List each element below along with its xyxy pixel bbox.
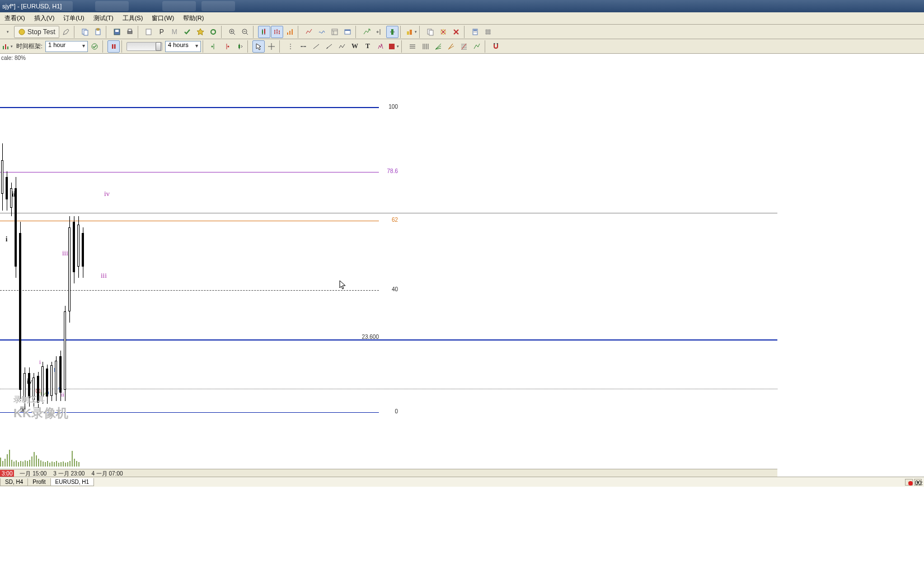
step-back-icon[interactable] bbox=[208, 40, 220, 53]
bars-icon[interactable] bbox=[271, 26, 283, 38]
menu-help[interactable]: 帮助(R) bbox=[179, 12, 208, 24]
candles-icon[interactable] bbox=[258, 26, 270, 38]
indicator-1-icon[interactable] bbox=[303, 26, 315, 38]
autoscroll-icon[interactable] bbox=[360, 26, 373, 38]
svg-rect-12 bbox=[262, 30, 263, 34]
svg-rect-2 bbox=[84, 30, 88, 35]
fib-ext-tool[interactable] bbox=[471, 40, 483, 53]
menu-tools[interactable]: 工具(S) bbox=[118, 12, 148, 24]
svg-rect-4 bbox=[97, 29, 99, 30]
refresh-icon[interactable] bbox=[207, 26, 219, 38]
wave-iv-magenta[interactable]: iv bbox=[104, 189, 110, 198]
magnet-tool[interactable] bbox=[490, 40, 502, 53]
zoom-out-icon[interactable] bbox=[239, 26, 251, 38]
recording-indicator: 00: bbox=[908, 480, 923, 486]
wave-w-tool[interactable]: W bbox=[349, 40, 361, 53]
apply-tf-icon[interactable] bbox=[88, 40, 101, 53]
ray-tool[interactable] bbox=[323, 40, 335, 53]
objects-icon[interactable]: ▾ bbox=[405, 26, 418, 38]
svg-rect-17 bbox=[332, 29, 337, 35]
tab-profit[interactable]: Profit bbox=[27, 478, 50, 486]
svg-point-0 bbox=[19, 29, 25, 35]
trendline-tool[interactable] bbox=[310, 40, 322, 53]
svg-rect-44 bbox=[494, 43, 495, 44]
speed-slider[interactable] bbox=[126, 42, 162, 51]
shift-chart-icon[interactable] bbox=[373, 26, 386, 38]
svg-rect-45 bbox=[497, 43, 499, 44]
stop-test-button[interactable]: Stop Test bbox=[14, 26, 59, 38]
menu-window[interactable]: 窗口(W) bbox=[147, 12, 179, 24]
dropdown-1[interactable]: ▾ bbox=[1, 26, 13, 38]
menu-order[interactable]: 订单(U) bbox=[59, 12, 88, 24]
m-icon[interactable]: M bbox=[168, 26, 181, 38]
step-candle-icon[interactable] bbox=[233, 40, 246, 53]
tab-h1[interactable]: EURUSD, H1 bbox=[50, 478, 95, 486]
delete-icon[interactable] bbox=[450, 26, 462, 38]
timeframe-select-2[interactable]: 4 hours bbox=[165, 41, 201, 52]
menu-insert[interactable]: 插入(V) bbox=[30, 12, 59, 24]
crosshair-tool[interactable] bbox=[265, 40, 278, 53]
fan-tool[interactable] bbox=[432, 40, 444, 53]
cursor-tool[interactable] bbox=[252, 40, 265, 53]
svg-point-41 bbox=[327, 47, 328, 48]
print-icon[interactable] bbox=[124, 26, 136, 38]
text-tool[interactable]: T bbox=[362, 40, 374, 53]
channel-tool[interactable] bbox=[419, 40, 431, 53]
svg-point-40 bbox=[304, 46, 306, 47]
copy-icon[interactable] bbox=[79, 26, 91, 38]
indicator-2-icon[interactable] bbox=[316, 26, 328, 38]
chart-type-icon[interactable] bbox=[284, 26, 296, 38]
svg-rect-9 bbox=[146, 29, 151, 35]
save-icon[interactable] bbox=[111, 26, 123, 38]
svg-rect-19 bbox=[345, 30, 350, 31]
tab-h4[interactable]: SD, H4 bbox=[0, 478, 28, 486]
menu-test[interactable]: 测试(T) bbox=[89, 12, 118, 24]
svg-rect-34 bbox=[112, 44, 114, 49]
timeframe-select-1[interactable]: 1 hour bbox=[45, 41, 88, 52]
pause-button[interactable] bbox=[107, 40, 120, 53]
title-bar: sjyf*] - [EURUSD, H1] bbox=[0, 0, 924, 12]
wave-iii-magenta-2[interactable]: iii bbox=[101, 271, 107, 280]
menu-bar: 查看(X) 插入(V) 订单(U) 测试(T) 工具(S) 窗口(W) 帮助(R… bbox=[0, 12, 924, 25]
polyline-tool[interactable] bbox=[336, 40, 348, 53]
color-tool[interactable]: ▾ bbox=[387, 40, 400, 53]
svg-rect-13 bbox=[264, 29, 265, 34]
copy-objects-icon[interactable] bbox=[424, 26, 437, 38]
price-line bbox=[0, 213, 777, 213]
lines-tool[interactable] bbox=[406, 40, 419, 53]
pitchfork-tool[interactable] bbox=[445, 40, 457, 53]
svg-rect-31 bbox=[5, 44, 6, 49]
check-icon[interactable] bbox=[181, 26, 194, 38]
right-pane bbox=[777, 54, 924, 478]
svg-rect-6 bbox=[115, 30, 119, 32]
template-icon[interactable] bbox=[329, 26, 341, 38]
new-chart-icon[interactable] bbox=[143, 26, 155, 38]
window-icon[interactable] bbox=[341, 26, 354, 38]
wave-marker-tool[interactable]: 5 bbox=[374, 40, 387, 53]
calculator-icon[interactable] bbox=[469, 26, 481, 38]
paste-icon[interactable] bbox=[92, 26, 104, 38]
chart-tabs: SD, H4 Profit EURUSD, H1 ◂ ▸ bbox=[0, 477, 924, 487]
vline-tool[interactable] bbox=[284, 40, 297, 53]
fib-line-100[interactable]: 100 bbox=[0, 107, 379, 108]
pencil-icon[interactable] bbox=[60, 26, 72, 38]
zoom-in-icon[interactable] bbox=[226, 26, 238, 38]
menu-view[interactable]: 查看(X) bbox=[0, 12, 30, 24]
properties-p-icon[interactable]: P bbox=[156, 26, 168, 38]
chart-area[interactable]: cale: 80% 100 78.6 62 40 23.600 0 iv iii… bbox=[0, 54, 777, 478]
svg-point-39 bbox=[301, 46, 302, 47]
step-fwd-icon[interactable] bbox=[221, 40, 233, 53]
svg-point-28 bbox=[475, 31, 475, 32]
step-icon[interactable] bbox=[386, 26, 398, 38]
record-dot-icon bbox=[908, 481, 913, 486]
grid-icon[interactable] bbox=[482, 26, 494, 38]
stop-test-label: Stop Test bbox=[27, 28, 55, 36]
timeframe-icon[interactable]: ▾ bbox=[1, 40, 13, 53]
fib-ret-tool[interactable] bbox=[458, 40, 470, 53]
svg-rect-22 bbox=[410, 30, 412, 35]
svg-point-29 bbox=[476, 31, 476, 32]
hline-tool[interactable] bbox=[297, 40, 309, 53]
star-icon[interactable] bbox=[194, 26, 207, 38]
svg-rect-30 bbox=[3, 46, 4, 49]
clear-icon[interactable] bbox=[437, 26, 449, 38]
